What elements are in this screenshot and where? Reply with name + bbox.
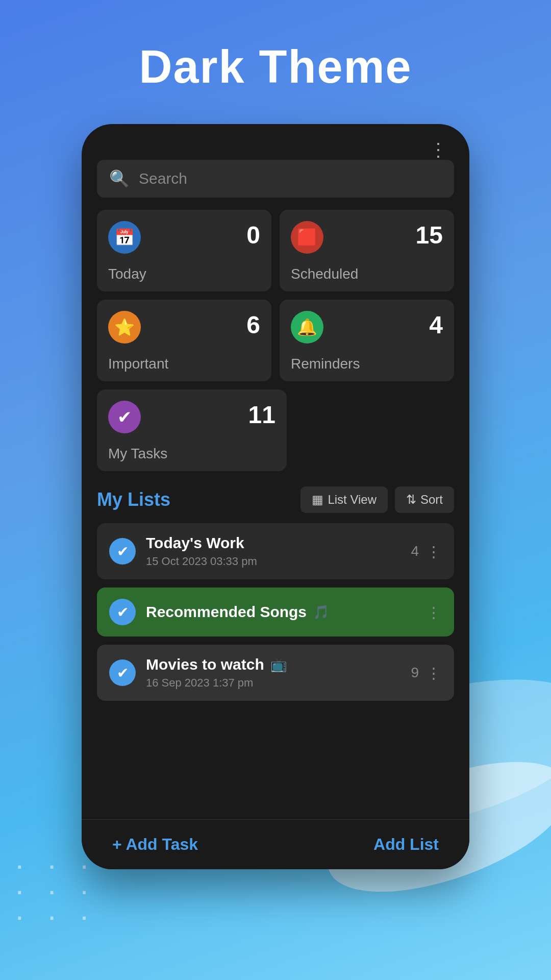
music-icon: 🎵 <box>313 604 329 620</box>
my-lists-header: My Lists ▦ List View ⇅ Sort <box>97 486 454 513</box>
recommended-songs-content: Recommended Songs 🎵 <box>146 603 426 621</box>
important-card-top: ⭐ 6 <box>108 311 260 344</box>
today-label: Today <box>108 266 260 282</box>
recommended-songs-check: ✔ <box>109 599 136 625</box>
todays-work-content: Today's Work 15 Oct 2023 03:33 pm <box>146 534 411 568</box>
scheduled-count: 15 <box>416 221 443 249</box>
list-view-label: List View <box>328 493 377 507</box>
scheduled-label: Scheduled <box>291 266 443 282</box>
list-item-todays-work[interactable]: ✔ Today's Work 15 Oct 2023 03:33 pm 4 ⋮ <box>97 523 454 579</box>
list-item-recommended-songs[interactable]: ✔ Recommended Songs 🎵 ⋮ <box>97 587 454 636</box>
list-item-movies-to-watch[interactable]: ✔ Movies to watch 📺 16 Sep 2023 1:37 pm … <box>97 645 454 701</box>
reminders-count: 4 <box>429 311 443 339</box>
add-list-label: Add List <box>373 835 439 853</box>
today-card[interactable]: 📅 0 Today <box>97 210 271 291</box>
today-icon: 📅 <box>108 221 141 254</box>
add-list-button[interactable]: Add List <box>373 835 439 854</box>
my-tasks-count: 11 <box>248 401 276 429</box>
movies-right: 9 ⋮ <box>411 664 442 682</box>
tv-icon: 📺 <box>270 657 287 673</box>
scheduled-card-top: 🟥 15 <box>291 221 443 254</box>
list-view-icon: ▦ <box>312 493 323 507</box>
todays-work-count: 4 <box>411 543 419 559</box>
movies-content: Movies to watch 📺 16 Sep 2023 1:37 pm <box>146 656 411 690</box>
today-card-top: 📅 0 <box>108 221 260 254</box>
list-view-button[interactable]: ▦ List View <box>300 486 388 513</box>
todays-work-title: Today's Work <box>146 534 411 552</box>
reminders-card-top: 🔔 4 <box>291 311 443 344</box>
scheduled-card[interactable]: 🟥 15 Scheduled <box>280 210 454 291</box>
sort-icon: ⇅ <box>406 493 416 507</box>
summary-cards-grid: 📅 0 Today 🟥 15 Scheduled ⭐ 6 Important 🔔 <box>97 210 454 381</box>
my-tasks-card-top: ✔ 11 <box>108 401 276 433</box>
search-icon: 🔍 <box>109 169 130 188</box>
my-lists-title: My Lists <box>97 489 170 510</box>
scheduled-icon: 🟥 <box>291 221 323 254</box>
important-count: 6 <box>246 311 260 339</box>
movies-count: 9 <box>411 665 419 681</box>
my-lists-buttons: ▦ List View ⇅ Sort <box>300 486 454 513</box>
page-title: Dark Theme <box>0 0 551 124</box>
my-tasks-icon: ✔ <box>108 401 141 433</box>
todays-work-subtitle: 15 Oct 2023 03:33 pm <box>146 555 411 568</box>
my-tasks-label: My Tasks <box>108 446 276 462</box>
my-tasks-card[interactable]: ✔ 11 My Tasks <box>97 389 287 471</box>
movies-subtitle: 16 Sep 2023 1:37 pm <box>146 676 411 690</box>
sort-label: Sort <box>420 493 443 507</box>
add-task-label: + Add Task <box>112 835 198 854</box>
phone-menu-icon[interactable]: ⋮ <box>429 139 449 161</box>
todays-work-menu[interactable]: ⋮ <box>426 543 442 560</box>
important-card[interactable]: ⭐ 6 Important <box>97 300 271 381</box>
todays-work-check: ✔ <box>109 538 136 565</box>
reminders-icon: 🔔 <box>291 311 323 344</box>
search-bar[interactable]: 🔍 Search <box>97 160 454 198</box>
reminders-label: Reminders <box>291 356 443 372</box>
important-label: Important <box>108 356 260 372</box>
phone-frame: ⋮ 🔍 Search 📅 0 Today 🟥 15 Scheduled ⭐ <box>82 124 469 869</box>
recommended-songs-title: Recommended Songs 🎵 <box>146 603 426 621</box>
sort-button[interactable]: ⇅ Sort <box>395 486 454 513</box>
recommended-songs-right: ⋮ <box>426 603 442 621</box>
movies-check: ✔ <box>109 659 136 686</box>
search-input[interactable]: Search <box>139 170 187 187</box>
recommended-songs-menu[interactable]: ⋮ <box>426 603 442 621</box>
movies-menu[interactable]: ⋮ <box>426 664 442 682</box>
important-icon: ⭐ <box>108 311 141 344</box>
add-task-button[interactable]: + Add Task <box>112 835 198 854</box>
movies-title: Movies to watch 📺 <box>146 656 411 673</box>
bottom-bar: + Add Task Add List <box>82 819 469 869</box>
today-count: 0 <box>246 221 260 249</box>
reminders-card[interactable]: 🔔 4 Reminders <box>280 300 454 381</box>
todays-work-right: 4 ⋮ <box>411 543 442 560</box>
